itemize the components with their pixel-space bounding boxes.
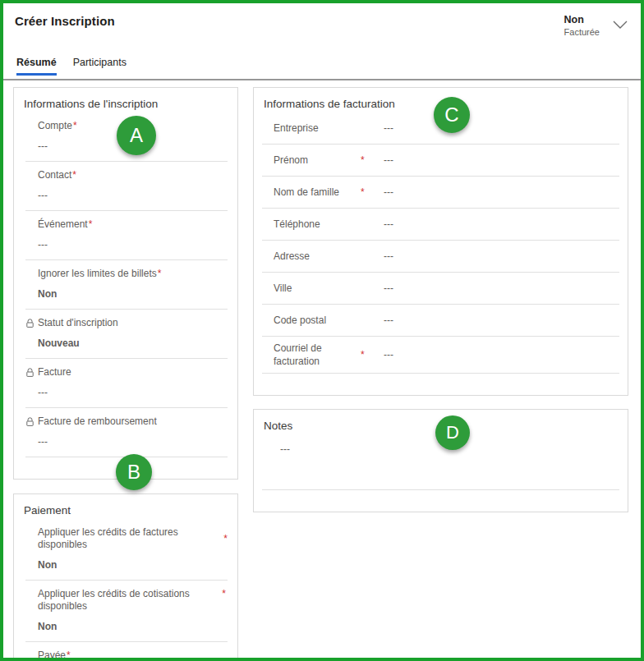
field-value[interactable]: --- — [384, 349, 393, 360]
field-label-text: Statut d'inscription — [38, 317, 119, 329]
field-value[interactable]: --- — [384, 282, 393, 294]
field-row[interactable]: Ville--- — [262, 273, 619, 305]
required-asterisk: * — [359, 349, 384, 360]
field-row[interactable]: Contact*--- — [25, 162, 228, 211]
field-label-text: Nom de famille — [274, 186, 339, 198]
field-value[interactable]: Non — [25, 288, 228, 300]
lock-icon — [25, 319, 38, 328]
lock-icon — [25, 417, 38, 427]
field-label: Facture de remboursement — [25, 415, 228, 428]
column-left: Informations de l'inscription Compte*---… — [13, 87, 238, 661]
field-value[interactable]: Non — [25, 621, 228, 632]
field-label-text: Courriel de facturation — [274, 342, 322, 367]
required-asterisk: * — [89, 218, 93, 231]
field-label: Appliquer les crédits de factures dispon… — [25, 526, 228, 551]
required-asterisk: * — [158, 268, 162, 280]
required-asterisk: * — [359, 186, 384, 198]
field-row[interactable]: Statut d'inscriptionNouveau — [25, 310, 228, 359]
field-value[interactable]: --- — [384, 122, 393, 134]
header: Créer Inscription Non Facturée — [3, 3, 641, 38]
field-label-text: Payée — [38, 650, 67, 661]
section-facturation: Informations de facturation Entreprise--… — [253, 87, 628, 396]
status-text: Non Facturée — [564, 14, 600, 38]
field-label: Prénom — [262, 154, 359, 167]
field-value[interactable]: Nouveau — [25, 337, 228, 349]
field-label-text: Adresse — [274, 250, 310, 262]
form-body: Informations de l'inscription Compte*---… — [3, 80, 641, 661]
field-row[interactable]: Facture--- — [25, 359, 228, 408]
field-label: Téléphone — [262, 218, 359, 231]
field-row[interactable]: Prénom*--- — [262, 145, 619, 177]
field-row[interactable]: Facture de remboursement--- — [25, 408, 228, 457]
field-label-text: Entreprise — [274, 122, 319, 134]
field-label-text: Compte — [38, 120, 73, 132]
field-label: Courriel de facturation — [262, 342, 359, 368]
field-label: Nom de famille — [262, 186, 359, 199]
field-label-text: Facture — [38, 366, 72, 379]
field-value[interactable]: --- — [25, 436, 228, 448]
field-row[interactable]: Adresse--- — [262, 241, 619, 273]
tab-resume[interactable]: Résumé — [16, 57, 57, 76]
field-label-text: Appliquer les crédits de cotisations dis… — [38, 588, 214, 613]
field-row[interactable]: Ignorer les limites de billets*Non — [25, 260, 228, 310]
field-label-text: Ignorer les limites de billets — [38, 268, 158, 280]
field-value[interactable]: --- — [384, 314, 393, 326]
field-label: Payée* — [25, 650, 228, 661]
field-label-text: Événement — [38, 218, 89, 231]
required-asterisk: * — [359, 154, 384, 166]
field-label-text: Prénom — [274, 154, 308, 166]
field-list: Compte*---Contact*---Événement*---Ignore… — [14, 112, 237, 457]
required-asterisk: * — [73, 120, 77, 132]
field-row[interactable]: Appliquer les crédits de factures dispon… — [25, 519, 228, 581]
required-asterisk: * — [222, 588, 226, 600]
column-right: Informations de facturation Entreprise--… — [253, 87, 628, 661]
field-label: Code postal — [262, 314, 359, 327]
chevron-down-icon — [613, 18, 628, 33]
field-label: Ville — [262, 282, 359, 295]
field-label-text: Appliquer les crédits de factures dispon… — [38, 526, 223, 551]
field-label: Entreprise — [262, 122, 359, 135]
status-secondary: Facturée — [564, 26, 600, 38]
field-row[interactable]: Événement*--- — [25, 211, 228, 260]
field-label-text: Facture de remboursement — [38, 415, 158, 428]
field-row[interactable]: Nom de famille*--- — [262, 177, 619, 209]
section-title: Informations de l'inscription — [24, 98, 229, 110]
status-dropdown[interactable]: Non Facturée — [564, 14, 628, 38]
section-paiement: Paiement Appliquer les crédits de factur… — [13, 493, 238, 661]
field-value[interactable]: --- — [25, 239, 228, 250]
field-value[interactable]: --- — [25, 190, 228, 201]
tab-bar: Résumé Participants — [3, 57, 641, 76]
field-row[interactable]: Code postal--- — [262, 305, 619, 337]
annotation-badge-a: A — [117, 116, 156, 155]
field-label: Ignorer les limites de billets* — [25, 268, 228, 280]
field-value[interactable]: --- — [384, 218, 393, 230]
field-value[interactable]: --- — [384, 154, 393, 166]
field-value[interactable]: --- — [25, 387, 228, 398]
annotation-badge-b: B — [116, 454, 152, 490]
status-primary: Non — [564, 14, 600, 26]
field-list: Appliquer les crédits de factures dispon… — [14, 519, 237, 661]
field-row[interactable]: Téléphone--- — [262, 209, 619, 241]
annotation-badge-c: C — [434, 97, 470, 133]
divider — [262, 489, 619, 490]
field-row[interactable]: Courriel de facturation*--- — [262, 337, 619, 374]
field-row[interactable]: Appliquer les crédits de cotisations dis… — [25, 581, 228, 642]
field-value[interactable]: Non — [25, 559, 228, 571]
field-label-text: Ville — [274, 282, 292, 294]
field-list: Entreprise---Prénom*---Nom de famille*--… — [254, 112, 628, 374]
page-title: Créer Inscription — [15, 14, 115, 28]
required-asterisk: * — [72, 169, 76, 181]
field-label: Facture — [25, 366, 228, 379]
field-label: Appliquer les crédits de cotisations dis… — [25, 588, 228, 613]
required-asterisk: * — [223, 533, 228, 545]
field-value[interactable]: --- — [384, 186, 393, 198]
annotation-badge-d: D — [435, 415, 470, 450]
tab-participants[interactable]: Participants — [73, 57, 126, 76]
field-label: Contact* — [25, 169, 228, 181]
field-label: Adresse — [262, 250, 359, 263]
lock-icon — [25, 368, 38, 378]
field-value[interactable]: --- — [384, 250, 393, 262]
field-label-text: Code postal — [274, 314, 326, 326]
section-title: Paiement — [24, 504, 229, 516]
field-row[interactable]: Payée*Non — [25, 642, 228, 661]
